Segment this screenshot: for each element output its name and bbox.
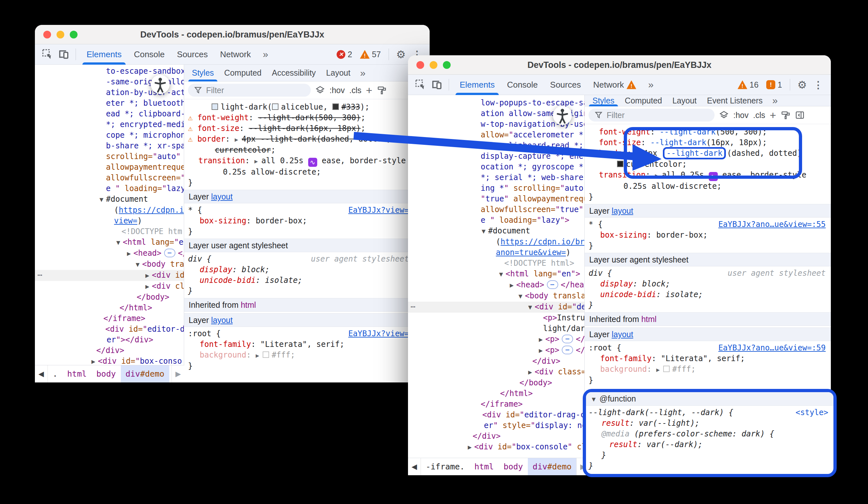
device-toolbar-icon[interactable] xyxy=(429,77,444,92)
tab-computed[interactable]: Computed xyxy=(620,95,667,106)
css-declaration[interactable]: div {user agent stylesheet xyxy=(184,254,430,264)
dom-tree-row[interactable]: ▼#document xyxy=(408,226,585,236)
dom-tree-row[interactable]: ▶<head>⋯</h xyxy=(35,248,184,259)
dock-panel-icon[interactable] xyxy=(795,110,805,120)
issues-count-badge[interactable]: ! 1 xyxy=(766,80,782,90)
color-swatch[interactable] xyxy=(663,366,670,372)
css-declaration[interactable]: * {EaYBJJx?view= xyxy=(184,205,430,215)
dom-tree-row[interactable]: (https://cdpn.io/bram xyxy=(408,236,585,247)
stylesheet-source-link[interactable]: EaYBJJx?view= xyxy=(348,205,409,215)
dom-tree-row[interactable]: cope *; microphon xyxy=(35,130,184,141)
dom-tree-row[interactable]: ▶<div clas xyxy=(35,281,184,292)
dom-tree-row[interactable]: (https://cdpn.i xyxy=(35,205,184,215)
dom-tree-row[interactable]: "true" allowpaymentrequ xyxy=(408,194,585,204)
dom-tree-row[interactable]: e " loading="lazy"> xyxy=(408,215,585,226)
dom-tree-row[interactable]: ▼<body translate=" xyxy=(408,291,585,302)
color-swatch[interactable] xyxy=(617,161,623,167)
crumb-back-icon[interactable]: ◀ xyxy=(35,365,48,382)
dom-tree-row[interactable]: light/dark col xyxy=(408,323,585,334)
dom-tree-row[interactable]: </div> xyxy=(35,345,184,356)
css-declaration[interactable]: border: ▶ 4px --light-dark(dashed, dotte… xyxy=(585,148,831,159)
tab-layout[interactable]: Layout xyxy=(667,95,702,106)
css-declaration[interactable]: font-family: "Literata", serif; xyxy=(184,339,430,350)
toggle-hover-button[interactable]: :hov xyxy=(330,86,345,95)
warning-count-badge[interactable]: ! 16 xyxy=(737,80,758,90)
dom-tree-row[interactable]: </body> xyxy=(408,377,585,388)
more-tabs-button[interactable]: » xyxy=(356,68,370,79)
tab-console[interactable]: Console xyxy=(127,44,170,64)
more-tabs-button[interactable]: » xyxy=(644,79,658,90)
tab-styles[interactable]: Styles xyxy=(187,65,219,81)
css-declaration[interactable]: result: var(--light); xyxy=(586,418,834,429)
color-swatch[interactable] xyxy=(332,103,339,110)
css-declaration[interactable]: font-family: "Literata", serif; xyxy=(585,353,831,364)
css-declaration[interactable]: result: var(--dark); xyxy=(586,439,834,450)
css-declaration[interactable]: } xyxy=(585,300,831,311)
toggle-class-button[interactable]: .cls xyxy=(753,111,765,120)
row-actions-icon[interactable]: ⋯ xyxy=(411,302,416,312)
inspect-icon[interactable] xyxy=(413,77,428,92)
dom-tree-row[interactable]: allow="accelerometer *; xyxy=(408,130,585,140)
breadcrumb-item[interactable]: div#demo xyxy=(121,365,169,382)
crumb-back-icon[interactable]: ◀ xyxy=(408,458,421,475)
crumb-forward-icon[interactable]: ▶ xyxy=(172,365,185,382)
dom-tree-row[interactable]: </iframe> xyxy=(408,399,585,410)
tab-sources[interactable]: Sources xyxy=(544,75,587,95)
breadcrumb-item[interactable]: . xyxy=(48,365,62,382)
dom-tree-row[interactable]: ocation *; gyroscope *; xyxy=(408,162,585,172)
css-declaration[interactable]: :root {EaYBJJx?ano…ue&view=:59 xyxy=(585,343,831,353)
dom-tree-row[interactable]: ⋯▼<div id="demo"> xyxy=(408,302,585,313)
tab-elements[interactable]: Elements xyxy=(454,75,501,95)
css-declaration[interactable]: font-size: --light-dark(16px, 18px); xyxy=(585,138,831,148)
dom-tree-row[interactable]: ▼<html lang="en"> xyxy=(408,269,585,280)
more-tabs-button[interactable]: » xyxy=(258,49,273,60)
dom-tree-row[interactable]: e " loading="lazy xyxy=(35,183,184,194)
dom-tree-row[interactable]: er" style="display: non xyxy=(408,420,585,431)
css-declaration[interactable]: currentcolor; xyxy=(585,159,831,170)
dom-tree-row[interactable]: anon=true&view=) xyxy=(408,247,585,258)
new-style-rule-button[interactable]: + xyxy=(770,112,776,118)
css-declaration[interactable]: 0.25s allow-discrete; xyxy=(585,181,831,192)
tab-styles[interactable]: Styles xyxy=(587,95,620,106)
tab-accessibility[interactable]: Accessibility xyxy=(267,65,321,81)
tab-computed[interactable]: Computed xyxy=(219,65,267,81)
dom-tree-row[interactable]: <div id="editor-drag-co xyxy=(408,410,585,420)
css-declaration[interactable]: } xyxy=(184,286,430,296)
css-declaration[interactable]: } xyxy=(586,461,834,471)
dom-tree-row[interactable]: allowfullscreen="true" xyxy=(408,204,585,215)
css-declaration[interactable]: } xyxy=(585,375,831,386)
css-declaration[interactable]: ⚠ border: ▶ 4px --light-dark(dashed, dot… xyxy=(184,134,430,145)
stylesheet-source-link[interactable]: EaYBJJx?ano…ue&view=:55 xyxy=(719,219,826,230)
dom-tree-row[interactable]: ing *" scrolling="auto" xyxy=(408,183,585,194)
dom-tree-row[interactable]: ▶<div id="box-console" cla xyxy=(408,442,585,453)
dom-tree-row[interactable]: allowfullscreen=" xyxy=(35,173,184,183)
css-declaration[interactable]: light-dark(aliceblue, #333); xyxy=(184,102,430,112)
css-declaration[interactable]: } xyxy=(586,450,834,461)
tab-network[interactable]: Network xyxy=(214,44,257,64)
settings-gear-icon[interactable]: ⚙ xyxy=(393,47,408,62)
css-declaration[interactable]: font-weight: --light-dark(500, 300); xyxy=(585,127,831,138)
tab-elements[interactable]: Elements xyxy=(81,44,127,64)
css-declaration[interactable]: background: ▶ #fff; xyxy=(585,364,831,375)
css-declaration[interactable]: :root {EaYBJJx?view= xyxy=(184,329,430,339)
warning-count-badge[interactable]: ! 57 xyxy=(360,50,381,59)
color-swatch[interactable] xyxy=(262,351,269,358)
breadcrumb-item[interactable]: body xyxy=(499,458,528,475)
css-declaration[interactable]: unicode-bidi: isolate; xyxy=(184,275,430,286)
kebab-menu-icon[interactable]: ⋮ xyxy=(811,79,826,91)
css-declaration[interactable]: box-sizing: border-box; xyxy=(585,230,831,241)
new-style-rule-button[interactable]: + xyxy=(366,87,372,93)
dom-tree-row[interactable]: ead *; clipboard- xyxy=(35,109,184,119)
settings-gear-icon[interactable]: ⚙ xyxy=(795,77,809,92)
css-declaration[interactable]: } xyxy=(585,241,831,251)
stylesheet-source-link[interactable]: EaYBJJx?ano…ue&view=:59 xyxy=(719,343,826,353)
close-button[interactable] xyxy=(43,31,51,39)
breadcrumb-item[interactable]: body xyxy=(91,365,121,382)
css-declaration[interactable]: } xyxy=(585,192,831,202)
more-tabs-button[interactable]: » xyxy=(768,95,782,106)
css-declaration[interactable]: background: ▶ #fff; xyxy=(184,350,430,361)
dom-tree-row[interactable]: a *; clipboard-read *; xyxy=(408,140,585,151)
dom-tree-row[interactable]: <!DOCTYPE htm xyxy=(35,226,184,237)
tab-network[interactable]: Network! xyxy=(587,75,642,95)
css-declaration[interactable]: --light-dark(--light, --dark) {<style> xyxy=(586,407,834,418)
